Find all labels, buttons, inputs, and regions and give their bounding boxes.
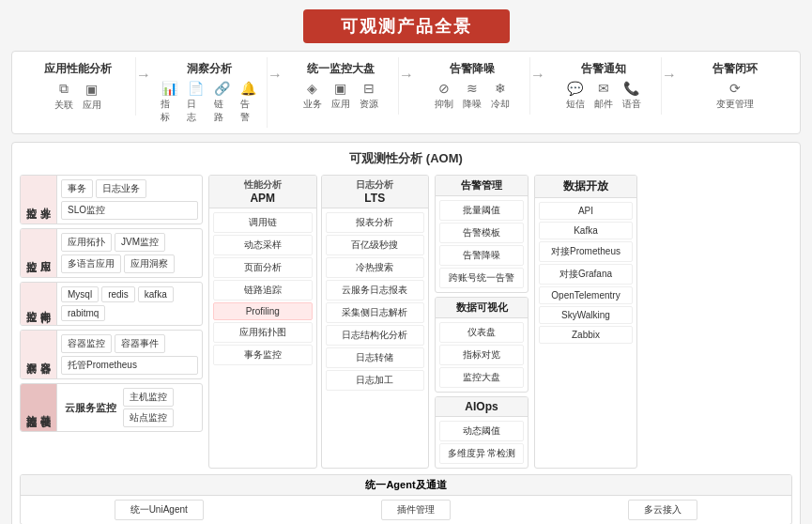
monitor-tag-日志业务: 日志业务 bbox=[96, 179, 146, 198]
lts-block: 日志分析 LTS 报表分析百亿级秒搜冷热搜索云服务日志报表采集侧日志解析日志结构… bbox=[321, 175, 430, 469]
nav-icon-label-冷却: 冷却 bbox=[491, 98, 510, 111]
nav-icon-glyph-语音: 📞 bbox=[623, 81, 639, 96]
monitor-tag-托管Prometheus: 托管Prometheus bbox=[61, 356, 198, 375]
nav-icon-资源: ⊟资源 bbox=[360, 81, 378, 111]
nav-icon-label-抑制: 抑制 bbox=[435, 98, 453, 111]
arrow-connector-4: → bbox=[662, 57, 677, 84]
nav-icon-label-应用: 应用 bbox=[83, 99, 101, 112]
nav-icon-label-应用: 应用 bbox=[331, 98, 350, 111]
dataopen-item-Kafka: Kafka bbox=[539, 222, 633, 239]
nav-icon-glyph-资源: ⊟ bbox=[363, 81, 375, 96]
bottom-tag-统一UniAgent: 统一UniAgent bbox=[115, 500, 204, 520]
monitor-tag-主机监控: 主机监控 bbox=[123, 388, 174, 407]
bottom-section: 统一Agent及通道 统一UniAgent插件管理多云接入 bbox=[20, 474, 792, 524]
monitor-label-container: 容器 洞察 bbox=[21, 331, 57, 378]
alarm-item-告警降噪: 告警降噪 bbox=[439, 245, 524, 266]
monitor-block-container: 容器 洞察容器监控容器事件托管Prometheus bbox=[20, 330, 203, 379]
nav-icon-邮件: ✉邮件 bbox=[594, 81, 613, 111]
monitor-tag-Mysql: Mysql bbox=[61, 286, 99, 302]
main-title: 可观测产品全景 bbox=[303, 9, 510, 43]
monitor-tag-事务: 事务 bbox=[61, 179, 93, 198]
nav-icon-glyph-变更管理: ⟳ bbox=[729, 81, 741, 96]
content-area: 可观测性分析 (AOM) 业务 监控事务日志业务SLO监控应用 监控应用拓扑JV… bbox=[11, 142, 801, 524]
arrow-connector-1: → bbox=[268, 57, 283, 84]
nav-icon-抑制: ⊘抑制 bbox=[435, 81, 453, 111]
nav-icon-变更管理: ⟳变更管理 bbox=[716, 81, 754, 111]
nav-section-observe: 洞察分析📊指标📄日志🔗链路🔔告警 bbox=[151, 57, 268, 128]
monitor-content-container: 容器监控容器事件托管Prometheus bbox=[57, 331, 202, 378]
lts-item-日志加工: 日志加工 bbox=[326, 370, 425, 391]
apm-item-链路追踪: 链路追踪 bbox=[213, 280, 313, 301]
visual-item-仪表盘: 仪表盘 bbox=[439, 322, 524, 343]
nav-icon-glyph-链路: 🔗 bbox=[214, 81, 230, 96]
lts-item-百亿级秒搜: 百亿级秒搜 bbox=[326, 235, 425, 255]
monitor-label-business: 业务 监控 bbox=[21, 176, 57, 223]
nav-icon-glyph-应用: ▣ bbox=[85, 82, 98, 97]
nav-icon-label-指标: 指标 bbox=[161, 98, 177, 124]
nav-icon-语音: 📞语音 bbox=[622, 81, 641, 111]
content-grid: 业务 监控事务日志业务SLO监控应用 监控应用拓扑JVM监控多语言应用应用洞察中… bbox=[20, 175, 792, 469]
nav-icon-glyph-指标: 📊 bbox=[161, 81, 177, 96]
apm-item-事务监控: 事务监控 bbox=[213, 345, 313, 365]
alarm-block: 告警管理 批量阈值告警模板告警降噪跨账号统一告警 bbox=[435, 175, 529, 293]
aiops-item-动态阈值: 动态阈值 bbox=[439, 421, 524, 441]
data-open-items: APIKafka对接Prometheus对接GrafanaOpenTelemen… bbox=[535, 198, 636, 347]
lts-item-冷热搜索: 冷热搜索 bbox=[326, 257, 425, 278]
dataopen-item-对接Prometheus: 对接Prometheus bbox=[539, 241, 633, 262]
aiops-title: AIOps bbox=[439, 400, 524, 413]
apm-subtitle: APM bbox=[213, 192, 313, 205]
nav-section-title-perf: 应用性能分析 bbox=[44, 61, 112, 77]
arrow-connector-2: → bbox=[399, 57, 414, 84]
nav-icon-label-资源: 资源 bbox=[360, 98, 378, 111]
monitor-right-tags-infra: 主机监控站点监控 bbox=[123, 388, 174, 427]
lts-item-日志结构化分析: 日志结构化分析 bbox=[326, 325, 425, 346]
nav-section-title-notify: 告警通知 bbox=[581, 61, 626, 77]
apm-block: 性能分析 APM 调用链动态采样页面分析链路追踪Profiling应用拓扑图事务… bbox=[208, 175, 317, 469]
nav-icon-业务: ◈业务 bbox=[303, 81, 322, 111]
bottom-tag-多云接入: 多云接入 bbox=[628, 500, 697, 520]
data-open-header: 数据开放 bbox=[535, 176, 636, 198]
visual-items: 仪表盘指标对览监控大盘 bbox=[436, 318, 528, 392]
top-nav: 应用性能分析⧉关联▣应用→洞察分析📊指标📄日志🔗链路🔔告警→统一监控大盘◈业务▣… bbox=[11, 51, 801, 134]
alarm-item-跨账号统一告警: 跨账号统一告警 bbox=[439, 268, 524, 288]
nav-icon-label-链路: 链路 bbox=[214, 98, 231, 124]
visual-block: 数据可视化 仪表盘指标对览监控大盘 bbox=[435, 297, 529, 393]
monitor-tag-应用洞察: 应用洞察 bbox=[124, 254, 175, 273]
nav-icon-glyph-抑制: ⊘ bbox=[438, 81, 450, 96]
nav-icon-日志: 📄日志 bbox=[187, 81, 204, 124]
aiops-item-多维度异
常检测: 多维度异 常检测 bbox=[439, 443, 524, 464]
monitor-tag-SLO监控: SLO监控 bbox=[61, 201, 198, 220]
visual-header: 数据可视化 bbox=[436, 298, 528, 318]
nav-section-icons-perf: ⧉关联▣应用 bbox=[54, 81, 101, 112]
nav-icon-label-邮件: 邮件 bbox=[594, 98, 613, 111]
visual-title: 数据可视化 bbox=[439, 301, 524, 315]
nav-section-alarm: 告警降噪⊘抑制≋降噪❄冷却 bbox=[414, 57, 530, 115]
apm-item-页面分析: 页面分析 bbox=[213, 257, 313, 278]
nav-icon-label-降噪: 降噪 bbox=[463, 98, 482, 111]
nav-icon-glyph-冷却: ❄ bbox=[495, 81, 506, 96]
nav-icon-降噪: ≋降噪 bbox=[463, 81, 482, 111]
data-open-block: 数据开放 APIKafka对接Prometheus对接GrafanaOpenTe… bbox=[534, 175, 637, 469]
apm-lts-column: 性能分析 APM 调用链动态采样页面分析链路追踪Profiling应用拓扑图事务… bbox=[208, 175, 429, 469]
nav-section-notify: 告警通知💬短信✉邮件📞语音 bbox=[545, 57, 662, 115]
dataopen-item-API: API bbox=[539, 202, 633, 220]
visual-item-监控大盘: 监控大盘 bbox=[439, 367, 524, 388]
main-container: 可观测产品全景 应用性能分析⧉关联▣应用→洞察分析📊指标📄日志🔗链路🔔告警→统一… bbox=[0, 0, 812, 524]
nav-section-title-observe: 洞察分析 bbox=[187, 61, 232, 77]
apm-item-应用拓扑图: 应用拓扑图 bbox=[213, 322, 313, 343]
nav-icon-label-变更管理: 变更管理 bbox=[716, 98, 754, 111]
data-open-title: 数据开放 bbox=[539, 178, 633, 194]
alarm-item-批量阈值: 批量阈值 bbox=[439, 200, 524, 221]
nav-icon-glyph-短信: 💬 bbox=[567, 81, 583, 96]
monitor-tag-kafka: kafka bbox=[138, 286, 174, 302]
alarm-header: 告警管理 bbox=[436, 176, 528, 196]
nav-icon-glyph-关联: ⧉ bbox=[59, 81, 69, 97]
nav-section-monitor: 统一监控大盘◈业务▣应用⊟资源 bbox=[283, 57, 399, 115]
lts-item-采集侧日志解析: 采集侧日志解析 bbox=[326, 302, 425, 323]
nav-section-icons-monitor: ◈业务▣应用⊟资源 bbox=[303, 81, 378, 111]
monitor-content-infra: 云服务监控主机监控站点监控 bbox=[57, 384, 202, 431]
apm-item-Profiling: Profiling bbox=[213, 302, 313, 320]
apm-header: 性能分析 APM bbox=[209, 176, 316, 208]
apm-title: 性能分析 bbox=[213, 178, 313, 192]
nav-icon-链路: 🔗链路 bbox=[214, 81, 231, 124]
